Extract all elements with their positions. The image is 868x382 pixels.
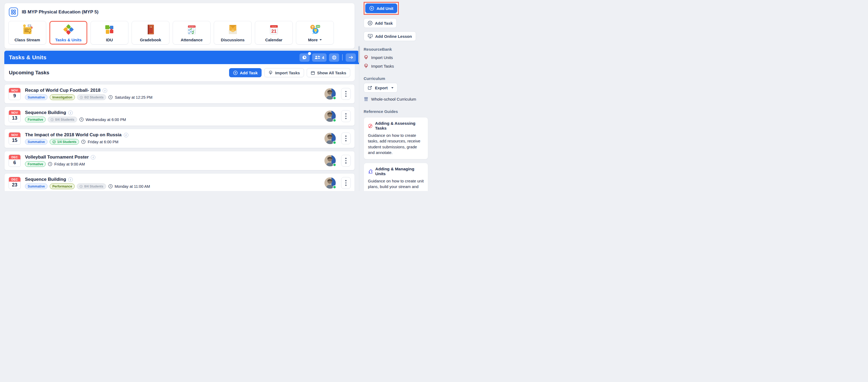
teacher-avatar[interactable]	[324, 133, 336, 144]
members-button[interactable]: 4	[312, 54, 327, 62]
add-unit-button[interactable]: Add Unit	[365, 3, 397, 13]
clock-icon	[80, 96, 83, 99]
messenger-icon	[302, 55, 307, 60]
svg-text:?: ?	[312, 26, 313, 29]
clock-icon	[81, 139, 86, 144]
task-menu-button[interactable]	[341, 110, 351, 122]
resourcebank-heading: ResourceBank	[364, 47, 428, 51]
tab-attendance[interactable]: Attendance Attendance	[173, 21, 211, 44]
task-title[interactable]: Recap of World Cup Football- 2018	[25, 88, 100, 93]
task-date-badge: DEC 23	[9, 177, 21, 189]
calendar-tab-icon: Calendar 21	[268, 23, 280, 36]
tab-tasks-units[interactable]: Tasks & Units	[50, 21, 87, 44]
banner-title: Tasks & Units	[9, 54, 46, 61]
export-button[interactable]: Export	[364, 83, 398, 93]
task-menu-button[interactable]	[341, 88, 351, 100]
sidebar: Add Unit Add Task Add Online Lesson Reso…	[364, 2, 428, 191]
teacher-avatar[interactable]	[324, 110, 336, 122]
svg-text:GB: GB	[149, 26, 152, 28]
show-all-tasks-button[interactable]: Show All Tasks	[307, 68, 350, 77]
clock-icon	[80, 185, 83, 188]
task-row: DEC 23 Sequence Building i Summative Per…	[4, 173, 355, 191]
resourcebank-tree-icon	[364, 64, 369, 68]
clock-icon	[108, 95, 113, 100]
members-icon	[314, 55, 320, 60]
tab-label: Attendance	[181, 38, 203, 42]
task-date-badge: DEC 6	[9, 154, 21, 167]
students-badge: 0/4 Students	[48, 117, 77, 122]
import-units-link[interactable]: Import Units	[364, 53, 428, 62]
task-title[interactable]: Sequence Building	[25, 177, 66, 182]
export-caret-icon	[391, 87, 394, 89]
task-menu-button[interactable]	[341, 177, 351, 189]
tab-calendar[interactable]: Calendar 21 Calendar	[255, 21, 293, 44]
tab-label: Gradebook	[140, 38, 161, 42]
import-tasks-link[interactable]: Import Tasks	[364, 62, 428, 70]
info-icon[interactable]: i	[68, 110, 73, 115]
clock-icon	[108, 184, 113, 188]
info-icon[interactable]: i	[91, 155, 95, 160]
guide-card-tasks[interactable]: Adding & Assessing Tasks Guidance on how…	[364, 117, 428, 159]
whole-school-curriculum-link[interactable]: Whole-school Curriculum	[364, 95, 428, 103]
task-row: NOV 15 The Impact of the 2018 World Cup …	[4, 129, 355, 148]
online-status-dot	[333, 96, 336, 100]
tab-label: More	[308, 38, 322, 42]
due-date: Saturday at 12:25 PM	[108, 95, 152, 100]
tab-label: Calendar	[265, 38, 282, 42]
upcoming-tasks-header: Upcoming Tasks Add Task Import Tasks Sho…	[4, 64, 355, 81]
task-row: NOV 9 Recap of World Cup Football- 2018 …	[4, 84, 355, 104]
tab-gradebook[interactable]: GB Gradebook	[132, 21, 169, 44]
content-scrollbar-thumb[interactable]	[358, 46, 360, 63]
teacher-avatar[interactable]	[324, 177, 336, 188]
calendar-icon	[311, 71, 315, 75]
import-tasks-button[interactable]: Import Tasks	[264, 68, 304, 77]
task-title[interactable]: Volleyball Tournament Poster	[25, 154, 89, 160]
class-stream-icon	[21, 23, 34, 36]
task-menu-button[interactable]	[341, 133, 351, 144]
tasks-units-icon	[62, 23, 75, 36]
puzzle-icon	[368, 169, 373, 174]
tab-class-stream[interactable]: Class Stream	[8, 21, 46, 44]
add-online-lesson-button[interactable]: Add Online Lesson	[364, 31, 416, 41]
svg-text:Calendar: Calendar	[271, 26, 276, 27]
teacher-avatar[interactable]	[324, 155, 336, 166]
course-grid-icon[interactable]	[9, 7, 18, 16]
guide-card-body: Guidance on how to create tasks, add res…	[368, 133, 424, 155]
task-title[interactable]: Sequence Building	[25, 110, 66, 115]
task-menu-button[interactable]	[341, 155, 351, 167]
globe-button[interactable]	[329, 54, 339, 62]
banner-divider	[342, 54, 343, 61]
teacher-avatar[interactable]	[324, 88, 336, 100]
assessment-badge: Formative	[25, 161, 45, 167]
clock-icon	[48, 162, 52, 166]
idu-icon	[103, 23, 116, 36]
collapse-arrow-button[interactable]	[346, 54, 356, 62]
pillar-icon	[364, 97, 369, 101]
course-header: IB MYP Physical Education (MYP 5)	[8, 6, 351, 18]
guide-card-units[interactable]: Adding & Managing Units Guidance on how …	[364, 163, 428, 191]
tab-idu[interactable]: IDU	[91, 21, 128, 44]
online-status-dot	[333, 185, 336, 189]
info-icon[interactable]: i	[68, 177, 73, 182]
messages-button[interactable]	[300, 54, 310, 62]
tab-discussions[interactable]: Discussions	[214, 21, 252, 44]
due-date: Friday at 6:00 PM	[81, 139, 118, 144]
criterion-badge: Performance	[50, 183, 75, 189]
task-row: NOV 13 Sequence Building i Formative 0/4…	[4, 106, 355, 126]
students-badge: 1/4 Students	[50, 139, 79, 145]
info-icon[interactable]: i	[102, 88, 107, 93]
add-task-sidebar-button[interactable]: Add Task	[364, 18, 397, 28]
clock-icon	[79, 117, 84, 122]
svg-text:21: 21	[271, 29, 276, 34]
more-tab-icon: ?	[309, 23, 321, 36]
add-task-button[interactable]: Add Task	[229, 68, 261, 77]
upcoming-actions: Add Task Import Tasks Show All Tasks	[229, 68, 350, 77]
upcoming-tasks-title: Upcoming Tasks	[9, 70, 50, 76]
students-badge: 0/2 Students	[77, 95, 106, 100]
tab-more[interactable]: ? More	[296, 21, 334, 44]
course-title: IB MYP Physical Education (MYP 5)	[22, 9, 99, 15]
due-date: Wednesday at 6:00 PM	[79, 117, 126, 122]
info-icon[interactable]: i	[124, 133, 128, 137]
task-date-badge: NOV 15	[9, 132, 21, 145]
task-title[interactable]: The Impact of the 2018 World Cup on Russ…	[25, 132, 122, 138]
